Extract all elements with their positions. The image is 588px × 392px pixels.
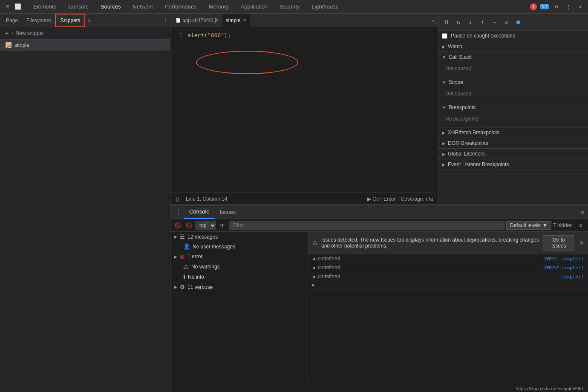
log-source-1[interactable]: VM992 simple:1 [544,265,584,271]
tab-network[interactable]: Network [127,0,159,14]
sidebar-more-btn[interactable]: ⋮ [163,17,168,23]
console-group-user[interactable]: 👤 No user messages [170,242,308,251]
code-paren-close: ); [224,32,231,38]
code-editor[interactable]: 1 alert("666"); [170,27,438,193]
dom-chevron: ▶ [442,141,445,146]
live-expressions-btn[interactable]: 👁 [218,221,227,230]
sidebar-content: + + New snippet js simple [0,27,170,392]
go-to-issues-btn[interactable]: Go to Issues [543,235,574,251]
xhr-chevron: ▶ [442,130,445,135]
callstack-content: Not paused [438,62,588,77]
console-close-btn[interactable]: ✕ [580,208,585,216]
editor-expand-btn[interactable]: ⇔ [428,17,438,23]
close-icon[interactable]: ✕ [576,3,585,11]
watch-header[interactable]: ▶ Watch [438,41,588,52]
deactivate-btn[interactable]: ⊘ [502,17,511,27]
new-snippet-btn[interactable]: + + New snippet [0,27,170,40]
editor-tab-close[interactable]: ✕ [243,18,246,23]
banner-close-btn[interactable]: ✕ [579,240,584,246]
log-arrow-1[interactable]: ◀ [312,265,315,271]
console-clear-btn[interactable]: 🚫 [173,221,182,230]
run-btn[interactable]: ▶ Ctrl+Enter [367,196,396,202]
cursor-icon[interactable]: ⊡ [3,3,12,11]
snippet-item-simple[interactable]: js simple [0,40,170,51]
watch-chevron: ▶ [442,44,445,49]
breakpoints-section: ▼ Breakpoints No breakpoints [438,102,588,127]
tab-performance[interactable]: Performance [159,0,202,14]
hidden-count: 7 hidden [553,222,573,228]
xhr-label: XHR/fetch Breakpoints [448,130,499,135]
console-group-verbose[interactable]: ▶ ⚙ 11 verbose [170,282,308,292]
step-btn[interactable]: → [490,17,499,27]
js-icon: 📄 [176,18,181,23]
console-filter-btn[interactable]: 🚫 [184,221,193,230]
pause-exceptions-row[interactable]: Pause on caught exceptions [438,31,588,41]
verbose-label: 11 verbose [187,284,213,290]
default-levels-label: Default levels [510,222,541,228]
debug-toolbar: ⏸ ↻ ↓ ↑ → ⊘ ⏺ [438,14,588,31]
tab-application[interactable]: Application [235,0,274,14]
log-arrow-2[interactable]: ◀ [312,274,315,280]
more-icon[interactable]: ⋮ [564,3,573,11]
log-source-2[interactable]: simple:1 [561,274,584,280]
step-over-btn[interactable]: ↻ [454,17,463,27]
editor-tab-simple[interactable]: simple ✕ [222,14,251,27]
watch-label: Watch [448,43,462,49]
console-settings-icon[interactable]: ⚙ [576,221,585,230]
sidebar-tab-filesystem[interactable]: Filesystem [22,14,55,27]
code-string-val: "666" [208,32,224,38]
editor-tab-app[interactable]: 📄 app.cb47bf46.js [172,14,222,27]
scope-section: ▼ Scope Not paused [438,77,588,102]
event-chevron: ▶ [442,162,445,167]
callstack-header[interactable]: ▼ Call Stack [438,52,588,62]
log-arrow-0[interactable]: ◀ [312,256,315,262]
step-into-btn[interactable]: ↓ [466,17,475,27]
breakpoints-header[interactable]: ▼ Breakpoints [438,102,588,112]
snippet-name: simple [14,42,29,48]
xhr-header[interactable]: ▶ XHR/fetch Breakpoints [438,127,588,138]
context-select[interactable]: top [195,221,216,230]
tab-lighthouse[interactable]: Lighthouse [306,0,345,14]
global-header[interactable]: ▶ Global Listeners [438,149,588,159]
warnings-label: No warnings [191,264,220,270]
tab-sources[interactable]: Sources [95,0,127,14]
user-icon: 👤 [183,243,190,250]
sidebar-tab-page[interactable]: Page [2,14,22,27]
console-group-info[interactable]: ℹ No info [170,272,308,282]
console-group-messages[interactable]: ▶ ☰ 12 messages [170,232,308,242]
verbose-icon: ⚙ [180,284,185,290]
sidebar-tab-snippets[interactable]: Snippets [55,14,85,27]
new-snippet-label: + New snippet [11,30,43,36]
line-col-status: Line 1, Column 14 [186,196,227,202]
messages-arrow: ▶ [174,234,177,239]
console-tab-issues[interactable]: Issues [215,205,241,219]
console-menu-icon[interactable]: ⋮ [174,208,182,216]
tab-security[interactable]: Security [274,0,306,14]
console-filter-input[interactable] [229,221,504,230]
pause-btn[interactable]: ⏸ [442,17,451,27]
console-group-warnings[interactable]: ⚠ No warnings [170,262,308,272]
breakpoints-content: No breakpoints [438,112,588,127]
log-source-0[interactable]: VM991 simple:1 [544,256,584,262]
scope-header[interactable]: ▼ Scope [438,77,588,87]
device-icon[interactable]: ⬜ [14,3,22,11]
log-chevron-item[interactable]: ▶ [308,281,588,289]
dom-label: DOM Breakpoints [448,140,488,146]
pause-exceptions-checkbox[interactable] [442,33,447,39]
tab-elements[interactable]: Elements [27,0,62,14]
default-levels-btn[interactable]: Default levels ▼ [506,221,551,230]
event-header[interactable]: ▶ Event Listener Breakpoints [438,159,588,170]
settings-icon[interactable]: ⚙ [552,3,561,11]
log-expand-chevron: ▶ [312,282,315,287]
console-tab-console[interactable]: Console [184,205,215,219]
sidebar-tab-more[interactable]: » [86,17,92,23]
error-label: 1 error [187,254,202,259]
callstack-not-paused: Not paused [445,64,581,73]
console-group-error[interactable]: ▶ ⊗ 1 error [170,251,308,262]
dom-header[interactable]: ▶ DOM Breakpoints [438,138,588,148]
top-bar: ⊡ ⬜ Elements Console Sources Network Per… [0,0,588,14]
tab-console[interactable]: Console [62,0,95,14]
step-out-btn[interactable]: ↑ [478,17,487,27]
tab-memory[interactable]: Memory [203,0,235,14]
format-btn[interactable]: {} [176,196,179,202]
